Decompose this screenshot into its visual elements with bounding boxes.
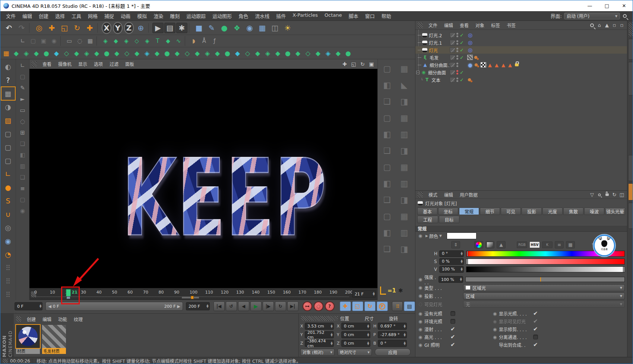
annotation-a-icon[interactable]: Å	[199, 36, 209, 46]
panel-grip-icon[interactable]	[301, 316, 338, 321]
intensity-field[interactable]: 100 %▲▼	[439, 276, 463, 283]
dots-tag-icon[interactable]	[474, 62, 480, 68]
visibility-dots[interactable]	[456, 48, 458, 52]
snap-tool-23-icon[interactable]: ❑	[379, 241, 396, 257]
minimize-button[interactable]: —	[581, 1, 598, 11]
xparticles-tool-2-icon[interactable]: ◈	[21, 48, 31, 58]
snap-tool-14-icon[interactable]: ▦	[396, 159, 413, 175]
search-icon[interactable]	[623, 14, 627, 18]
menu-渲染[interactable]: 渲染	[150, 12, 167, 19]
coordinate-system-icon[interactable]: ⊕	[134, 22, 147, 34]
attribute-menu-用户数据[interactable]: 用户数据	[456, 192, 481, 198]
menu-运动图形[interactable]: 运动图形	[209, 12, 235, 19]
intensity-slider[interactable]	[465, 277, 625, 282]
menu-脚本[interactable]: 脚本	[345, 12, 362, 19]
rotate-workplane-icon[interactable]: ◔	[1, 248, 15, 261]
grid-select-icon[interactable]: ⊞	[17, 127, 28, 138]
key-position-button[interactable]: ✚	[340, 301, 351, 311]
checkbox-checked-icon[interactable]: ✔	[533, 342, 538, 347]
palette-grid-icon[interactable]: ▦	[1, 48, 11, 58]
xparticles-tool-17-icon[interactable]: ◆	[172, 48, 182, 58]
rotation-field[interactable]: -27.689 °▲▼	[378, 331, 407, 338]
snap-tool-6-icon[interactable]: ◨	[396, 93, 413, 110]
lock-z-axis-icon[interactable]: Z	[124, 22, 134, 34]
panel-a-icon[interactable]: ▫	[611, 22, 618, 29]
menu-帮助[interactable]: 帮助	[378, 12, 395, 19]
grid-tile-1-icon[interactable]: ⠿	[1, 262, 15, 274]
swatches-icon[interactable]: ▦	[566, 241, 575, 249]
rotation-field[interactable]: 0.697 °▲▼	[378, 323, 407, 330]
value-slider[interactable]	[466, 266, 625, 272]
apply-button[interactable]: 应用	[375, 348, 411, 356]
xparticles-tool-32-icon[interactable]: ◈	[323, 48, 333, 58]
object-row-灯光.2[interactable]: 灯光.2✓◎	[415, 31, 627, 39]
render-picture-viewer-icon[interactable]: ▤	[164, 23, 175, 33]
snap-tool-1-icon[interactable]: ▢	[379, 60, 396, 77]
marquee-tool-icon[interactable]: ▭	[17, 105, 28, 115]
anim-circle-icon[interactable]: ◉	[493, 327, 499, 332]
xparticles-tool-1-icon[interactable]: ◆	[11, 48, 21, 58]
move-tool-icon[interactable]: ✚	[45, 22, 58, 34]
snap-tool-3-icon[interactable]: ◧	[379, 77, 396, 93]
xparticles-tool-15-icon[interactable]: ◆	[152, 48, 162, 58]
circle-select-icon[interactable]: ◌	[17, 116, 28, 127]
hue-field[interactable]: 0 °▲▼	[439, 250, 464, 257]
visibility-dots[interactable]	[456, 70, 458, 75]
xparticles-tool-34-icon[interactable]: ●	[343, 48, 353, 58]
mixer-icon[interactable]: ≡	[555, 241, 564, 249]
xparticles-tool-26-icon[interactable]: ◈	[263, 48, 273, 58]
enable-checkmark-icon[interactable]: ✓	[460, 40, 465, 45]
visibility-dots[interactable]	[456, 77, 458, 82]
cube-tile-2-icon[interactable]: ◧	[17, 150, 28, 160]
attribute-menu-编辑[interactable]: 编辑	[441, 192, 456, 198]
snap-tool-16-icon[interactable]: ▥	[396, 175, 413, 192]
interface-dropdown[interactable]: 启动 (用户)	[564, 13, 620, 19]
object-row-文本[interactable]: └T文本✓	[415, 76, 627, 83]
light-object-icon[interactable]: ☀	[281, 22, 294, 34]
mesh-grid-icon[interactable]: ◇	[132, 36, 142, 46]
key-pla-icon[interactable]: ⠿	[392, 301, 403, 311]
color-wheel-icon[interactable]	[474, 241, 483, 249]
menu-捕捉[interactable]: 捕捉	[101, 12, 117, 19]
color-swatch[interactable]	[447, 232, 477, 239]
texture-mode-icon[interactable]: ◑	[1, 101, 15, 113]
menu-网格[interactable]: 网格	[85, 12, 101, 19]
material-menu-功能[interactable]: 功能	[55, 316, 70, 322]
cursor-add-icon[interactable]: ►	[17, 94, 28, 104]
visibility-dots[interactable]	[456, 63, 458, 67]
xparticles-tool-30-icon[interactable]: ◇	[303, 48, 313, 58]
rgb-mode-button[interactable]: RGB	[517, 241, 527, 248]
xparticles-tool-16-icon[interactable]: ●	[162, 48, 172, 58]
compact-mode-icon[interactable]: ⇕	[451, 241, 460, 249]
sliders-tool-icon[interactable]: ≡	[17, 183, 28, 194]
tri-tag-icon[interactable]: ▲	[507, 62, 513, 68]
lock-x-axis-icon[interactable]: X	[102, 22, 111, 34]
make-editable-icon[interactable]: ∟	[18, 36, 28, 46]
shadow-type-dropdown[interactable]: 区域	[463, 292, 625, 300]
pen-add-icon[interactable]: ✎	[17, 83, 28, 93]
hair-material-thumbnail[interactable]: 毛发材质	[42, 325, 66, 355]
axis-mode-icon[interactable]: ∟	[1, 168, 15, 180]
up-level-icon[interactable]: ▲	[603, 22, 611, 29]
timeline-marker[interactable]	[191, 296, 194, 299]
menu-流水线[interactable]: 流水线	[251, 12, 273, 19]
snap-tool-2-icon[interactable]: ▦	[396, 60, 413, 77]
search-icon[interactable]	[596, 192, 603, 198]
dock-tab-active[interactable]	[628, 183, 633, 200]
polygon-mode-icon[interactable]: ▢	[1, 154, 15, 167]
maximize-button[interactable]: □	[598, 1, 615, 11]
checkbox-unchecked[interactable]	[450, 311, 455, 316]
snap-tool-17-icon[interactable]: ❑	[379, 192, 396, 208]
checkbox-checked-icon[interactable]: ✔	[450, 327, 455, 332]
menu-雕刻[interactable]: 雕刻	[167, 12, 183, 19]
grid-tile-3-icon[interactable]: ⠿	[1, 288, 15, 301]
size-field[interactable]: 0 cm▲▼	[341, 331, 370, 338]
object-menu-查看[interactable]: 查看	[456, 22, 472, 28]
xparticles-tool-24-icon[interactable]: ◇	[243, 48, 253, 58]
timeline-ruler[interactable]: 0102030405060708090100110120130140150160…	[29, 288, 377, 300]
spectrum-icon[interactable]	[485, 241, 494, 249]
viewport-menu-摄像机[interactable]: 摄像机	[55, 61, 75, 67]
object-row-毛发[interactable]: ξ毛发✓	[415, 54, 627, 61]
xparticles-tool-21-icon[interactable]: ◆	[212, 48, 222, 58]
visibility-dots[interactable]	[456, 40, 458, 45]
